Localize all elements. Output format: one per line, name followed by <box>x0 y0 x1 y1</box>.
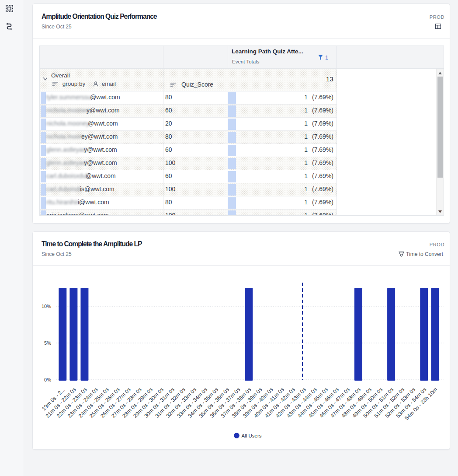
svg-text:5%: 5% <box>44 340 51 346</box>
svg-text:All Users: All Users <box>242 433 262 438</box>
svg-text:10%: 10% <box>42 304 51 309</box>
svg-text:0%: 0% <box>44 377 51 382</box>
